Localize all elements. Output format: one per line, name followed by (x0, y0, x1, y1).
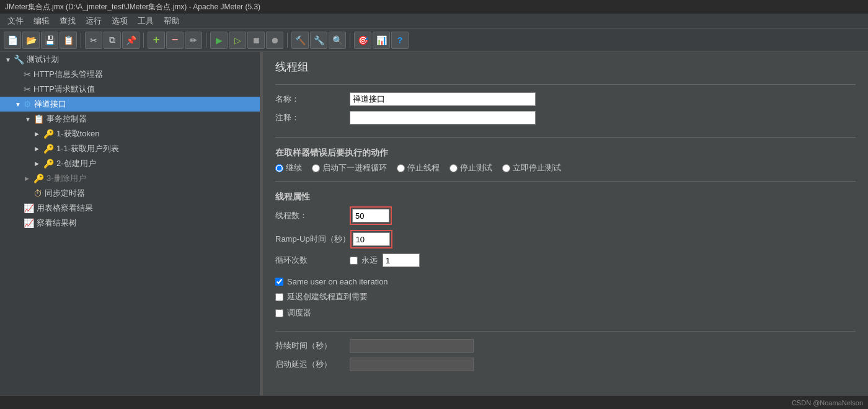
clear-button[interactable]: 🔨 (291, 32, 309, 49)
token-icon: 🔑 (43, 129, 54, 139)
thread-props-section: 线程属性 线程数： Ramp-Up时间（秒） 循环次数 永 (263, 187, 868, 275)
timing-section: 持续时间（秒） 启动延迟（秒） (263, 336, 868, 379)
sidebar-item-test-plan[interactable]: ▼ 🔧 测试计划 (0, 52, 260, 67)
paste-button[interactable]: 📌 (122, 32, 140, 49)
save-button[interactable]: 💾 (41, 32, 58, 49)
rampup-highlight (350, 230, 392, 248)
search-button[interactable]: 🔍 (329, 32, 346, 49)
remote-button[interactable]: 🎯 (354, 32, 371, 49)
arrow-delete: ▶ (25, 175, 32, 182)
panel-title: 线程组 (263, 52, 868, 79)
menu-options[interactable]: 选项 (107, 14, 133, 28)
toolbar-sep1 (81, 33, 81, 48)
scheduler-checkbox[interactable] (275, 309, 283, 317)
loop-label: 循环次数 (275, 255, 350, 266)
loop-forever-label[interactable]: 永远 (350, 255, 378, 266)
delay-threads-checkbox[interactable] (275, 293, 283, 301)
users-icon: 🔑 (43, 144, 54, 154)
main-layout: ▼ 🔧 测试计划 ✂ HTTP信息头管理器 ✂ HTTP请求默认值 ▼ ⚙ 禅道… (0, 52, 868, 395)
new-button[interactable]: 📄 (4, 32, 21, 49)
duration-input[interactable] (350, 339, 474, 353)
threads-highlight (350, 206, 392, 225)
help-btn[interactable]: ? (391, 32, 409, 49)
sidebar-item-view-tree[interactable]: 📈 察看结果树 (0, 216, 260, 231)
startup-delay-label: 启动延迟（秒） (275, 359, 350, 370)
loop-forever-checkbox[interactable] (350, 257, 358, 265)
radio-continue[interactable]: 继续 (275, 162, 302, 174)
menu-find[interactable]: 查找 (55, 14, 81, 28)
radio-stop-test[interactable]: 停止测试 (450, 162, 492, 174)
name-row: 名称： (275, 92, 856, 106)
startno-button[interactable]: ▷ (229, 32, 246, 49)
status-text: CSDN @NoamaNelson (792, 399, 863, 407)
open-button[interactable]: 📂 (22, 32, 40, 49)
loop-row: 循环次数 永远 (275, 253, 856, 267)
shutdown-button[interactable]: ⏺ (266, 32, 283, 49)
menu-help[interactable]: 帮助 (159, 14, 185, 28)
arrow-transaction: ▼ (25, 116, 32, 123)
radio-stop-thread[interactable]: 停止线程 (397, 162, 440, 174)
menu-edit[interactable]: 编辑 (29, 14, 55, 28)
cut-button[interactable]: ✂ (85, 32, 102, 49)
aggregate-icon: 📈 (24, 203, 34, 213)
sidebar-item-get-users[interactable]: ▶ 🔑 1-1-获取用户列表 (0, 141, 260, 156)
threads-row: 线程数： (275, 206, 856, 225)
toolbar: 📄 📂 💾 📋 ✂ ⧉ 📌 + − ✏ ▶ ▷ ⏹ ⏺ 🔨 🔧 🔍 🎯 📊 ? (0, 29, 868, 52)
rampup-row: Ramp-Up时间（秒） (275, 230, 856, 248)
clearall-button[interactable]: 🔧 (310, 32, 327, 49)
http-default-icon: ✂ (24, 84, 31, 94)
startup-delay-input[interactable] (350, 358, 474, 371)
copy-button[interactable]: ⧉ (104, 32, 121, 49)
toolbar-sep4 (287, 33, 288, 48)
name-input[interactable] (350, 92, 536, 106)
sidebar-item-delete-user[interactable]: ▶ 🔑 3-删除用户 (0, 171, 260, 186)
menu-file[interactable]: 文件 (2, 14, 29, 28)
transaction-icon: 📋 (33, 114, 44, 124)
scheduler-label[interactable]: 调度器 (275, 307, 856, 319)
stop-button[interactable]: ⏹ (247, 32, 265, 49)
toolbar-sep2 (143, 33, 144, 48)
same-user-checkbox[interactable] (275, 278, 283, 286)
comment-row: 注释： (275, 111, 856, 125)
sync-icon: ⏱ (33, 188, 42, 198)
divider-1 (275, 84, 856, 85)
sidebar-item-get-token[interactable]: ▶ 🔑 1-获取token (0, 126, 260, 141)
menu-run[interactable]: 运行 (81, 14, 107, 28)
arrow-users: ▶ (35, 146, 42, 152)
arrow-chan: ▼ (15, 101, 22, 108)
menu-tools[interactable]: 工具 (133, 14, 159, 28)
arrow-test-plan: ▼ (5, 56, 12, 63)
duration-row: 持续时间（秒） (275, 339, 856, 353)
arrow-token: ▶ (35, 131, 42, 137)
sidebar-item-sync-timer[interactable]: ⏱ 同步定时器 (0, 186, 260, 201)
delay-threads-label[interactable]: 延迟创建线程直到需要 (275, 291, 856, 302)
sidebar-item-http-header[interactable]: ✂ HTTP信息头管理器 (0, 67, 260, 82)
radio-start-next[interactable]: 启动下一进程循环 (312, 162, 387, 174)
comment-input[interactable] (350, 111, 536, 125)
sidebar-item-create-user[interactable]: ▶ 🔑 2-创建用户 (0, 156, 260, 171)
sidebar-item-aggregate[interactable]: 📈 用表格察看结果 (0, 201, 260, 216)
threads-label: 线程数： (275, 210, 350, 221)
divider-4 (275, 331, 856, 332)
sidebar-item-http-default[interactable]: ✂ HTTP请求默认值 (0, 82, 260, 97)
sidebar-item-transaction[interactable]: ▼ 📋 事务控制器 (0, 112, 260, 126)
error-action-label: 在取样器错误后要执行的动作 (275, 147, 856, 159)
comment-label: 注释： (275, 112, 350, 123)
remove-button[interactable]: − (166, 32, 184, 49)
templates-button[interactable]: 📊 (373, 32, 390, 49)
same-user-label[interactable]: Same user on each iteration (275, 277, 856, 286)
radio-stop-now[interactable]: 立即停止测试 (502, 162, 561, 174)
rampup-input[interactable] (353, 232, 390, 246)
title-bar: JMeter集合点.jmx (D:\A_jmeter_test\JMeter集合… (0, 0, 868, 14)
threads-input[interactable] (352, 209, 389, 222)
loop-input[interactable] (383, 253, 420, 267)
menu-bar: 文件 编辑 查找 运行 选项 工具 帮助 (0, 14, 868, 29)
sidebar-item-chan-interface[interactable]: ▼ ⚙ 禅道接口 (0, 97, 260, 112)
start-button[interactable]: ▶ (210, 32, 228, 49)
create-icon: 🔑 (43, 159, 54, 169)
divider-2 (275, 137, 856, 138)
edit-button[interactable]: ✏ (185, 32, 202, 49)
add-button[interactable]: + (148, 32, 165, 49)
thread-props-label: 线程属性 (275, 191, 856, 203)
saveas-button[interactable]: 📋 (60, 32, 77, 49)
